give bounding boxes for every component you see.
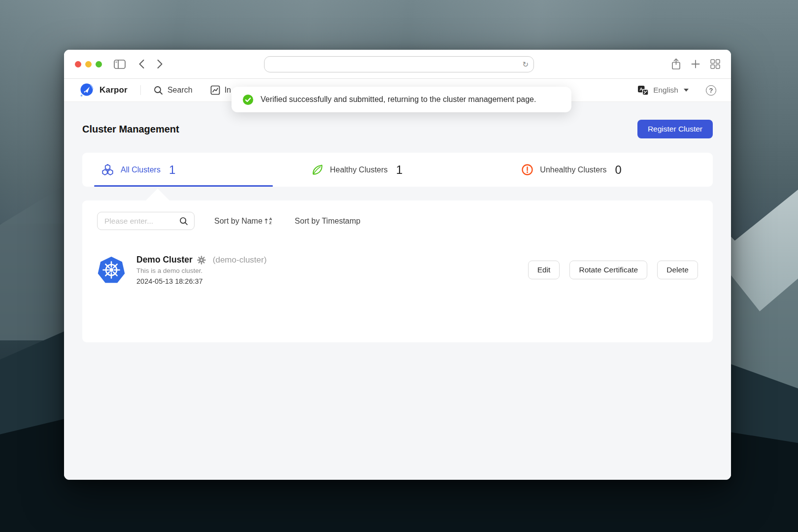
cluster-description: This is a demo cluster.	[136, 267, 266, 274]
cluster-search-box[interactable]	[97, 212, 195, 230]
help-icon[interactable]: ?	[706, 85, 716, 96]
address-bar[interactable]: ↻	[264, 56, 534, 72]
sort-by-timestamp-label: Sort by Timestamp	[295, 217, 360, 226]
tab-healthy-clusters-count: 1	[396, 163, 402, 177]
cluster-management-page: Cluster Management Register Cluster All …	[64, 102, 731, 480]
insight-chart-icon	[210, 85, 220, 95]
tab-all-clusters-label: All Clusters	[121, 166, 161, 174]
cluster-alias: (demo-cluster)	[213, 255, 267, 265]
register-cluster-button[interactable]: Register Cluster	[637, 120, 713, 138]
tab-healthy-clusters[interactable]: Healthy Clusters 1	[293, 153, 503, 187]
cluster-name: Demo Cluster	[136, 255, 193, 265]
traffic-lights	[75, 61, 102, 67]
cluster-list-card: Sort by Name ↑ AZ Sort by Timestamp	[82, 200, 713, 342]
edit-button[interactable]: Edit	[528, 261, 560, 279]
search-icon	[154, 86, 163, 95]
karpor-logo	[79, 82, 95, 98]
brand-name: Karpor	[100, 85, 128, 95]
sort-by-name[interactable]: Sort by Name ↑ AZ	[214, 217, 272, 226]
page-title: Cluster Management	[82, 124, 179, 135]
delete-button[interactable]: Delete	[657, 261, 698, 279]
gear-icon[interactable]	[197, 256, 206, 265]
translate-icon: A	[637, 85, 649, 96]
browser-toolbar: ↻	[64, 50, 731, 79]
sort-by-name-label: Sort by Name	[214, 217, 263, 226]
success-check-icon	[242, 94, 254, 105]
clusters-hexagon-icon	[101, 164, 114, 176]
nav-divider	[140, 85, 141, 95]
fullscreen-button[interactable]	[96, 61, 102, 67]
sort-by-timestamp[interactable]: Sort by Timestamp	[295, 217, 360, 226]
tab-unhealthy-clusters-count: 0	[615, 163, 622, 177]
close-button[interactable]	[75, 61, 81, 67]
share-icon[interactable]	[671, 58, 681, 70]
magnifier-icon[interactable]	[179, 217, 188, 226]
new-tab-icon[interactable]	[691, 60, 700, 68]
sort-ascending-icon: ↑ AZ	[264, 217, 272, 225]
leaf-icon	[311, 164, 324, 176]
minimize-button[interactable]	[85, 61, 92, 67]
cluster-timestamp: 2024-05-13 18:26:37	[136, 277, 266, 285]
reload-icon[interactable]: ↻	[522, 60, 529, 69]
tab-unhealthy-clusters[interactable]: Unhealthy Clusters 0	[502, 153, 713, 187]
language-selector[interactable]: English	[653, 86, 678, 95]
chevron-down-icon[interactable]	[684, 89, 689, 92]
kubernetes-logo	[97, 256, 126, 284]
rotate-certificate-button[interactable]: Rotate Certificate	[569, 261, 647, 279]
forward-icon[interactable]	[157, 59, 163, 69]
back-icon[interactable]	[138, 59, 145, 69]
tab-healthy-clusters-label: Healthy Clusters	[330, 166, 388, 174]
sidebar-toggle-icon[interactable]	[114, 60, 126, 69]
success-toast: Verified successfully and submitted, ret…	[232, 87, 571, 112]
tab-overview-icon[interactable]	[710, 59, 720, 69]
toast-message: Verified successfully and submitted, ret…	[261, 95, 536, 104]
warning-circle-icon	[521, 164, 533, 176]
cluster-list-item: Demo Cluster	[97, 255, 698, 285]
tab-all-clusters-count: 1	[169, 163, 175, 177]
cluster-tabs: All Clusters 1 Healthy Clusters 1	[82, 153, 713, 187]
tab-unhealthy-clusters-label: Unhealthy Clusters	[540, 166, 606, 174]
nav-search-label: Search	[167, 86, 193, 95]
cluster-search-input[interactable]	[104, 217, 179, 226]
nav-item-insight[interactable]: In	[210, 85, 231, 95]
nav-item-search[interactable]: Search	[154, 86, 193, 95]
brand[interactable]: Karpor	[79, 82, 128, 98]
tab-all-clusters[interactable]: All Clusters 1	[82, 153, 293, 187]
nav-insight-label: In	[225, 86, 231, 95]
browser-window: ↻ Karpor	[64, 50, 731, 480]
